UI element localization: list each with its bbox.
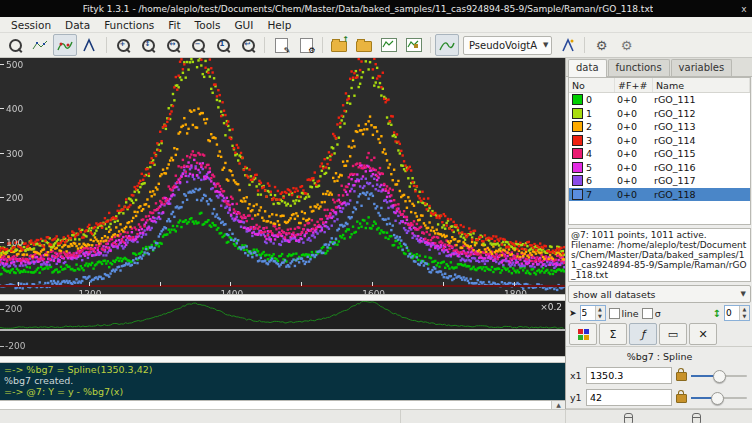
menu-tools[interactable]: Tools: [188, 18, 228, 32]
param-x1-input[interactable]: [586, 367, 672, 384]
slider-handle[interactable]: [711, 392, 724, 405]
param-y1-input[interactable]: [586, 389, 672, 406]
tab-data[interactable]: data: [568, 59, 607, 77]
zoom-horizontal-button[interactable]: ↔: [161, 34, 185, 56]
dataset-color-swatch[interactable]: [572, 148, 583, 159]
zoom-vertical-button[interactable]: ↕: [136, 34, 160, 56]
dataset-color-swatch[interactable]: [572, 135, 583, 146]
tab-functions[interactable]: functions: [608, 59, 670, 76]
table-row[interactable]: 40+0rGO_115: [569, 147, 750, 161]
lock-icon[interactable]: [676, 394, 687, 403]
checkbox-icon[interactable]: [642, 308, 653, 319]
console-splitter[interactable]: [0, 356, 565, 363]
zoom-100-button[interactable]: 1: [211, 34, 235, 56]
delete-button[interactable]: ✕: [689, 323, 717, 345]
menu-help[interactable]: Help: [260, 18, 298, 32]
load-session-button[interactable]: [352, 34, 376, 56]
output-console[interactable]: =-> %bg7 = Spline(1350.3,42)%bg7 created…: [0, 363, 565, 400]
edit-script-button[interactable]: ✎: [269, 34, 293, 56]
save-image-button[interactable]: [402, 34, 426, 56]
rerun-script-button[interactable]: ⚙: [294, 34, 318, 56]
main-plot-canvas[interactable]: [0, 58, 565, 294]
table-row[interactable]: 70+0rGO_118: [569, 188, 750, 202]
functions-toggle-button[interactable]: ƒ: [629, 323, 657, 345]
tab-variables[interactable]: variables: [671, 59, 733, 76]
magnifier-icon: [9, 39, 22, 52]
shift-value[interactable]: [725, 306, 739, 320]
table-row[interactable]: 10+0rGO_112: [569, 107, 750, 121]
settings-button[interactable]: ⚙: [589, 34, 613, 56]
dataset-color-swatch[interactable]: [572, 189, 583, 200]
dataset-func-count: 0+0: [614, 147, 651, 161]
sigma-checkbox[interactable]: σ: [642, 308, 661, 319]
script-icon: ✎: [275, 38, 288, 53]
sidebar: datafunctionsvariables No #F+# Name 00+0…: [565, 58, 752, 409]
param-x1-slider[interactable]: [691, 369, 747, 382]
dataset-color-swatch[interactable]: [572, 175, 583, 186]
status-bar: [0, 409, 752, 423]
dataset-color-swatch[interactable]: [572, 162, 583, 173]
dataset-no: 3: [569, 134, 614, 148]
export-plot-button[interactable]: [377, 34, 401, 56]
dataset-color-swatch[interactable]: [572, 94, 583, 105]
table-row[interactable]: 60+0rGO_117: [569, 174, 750, 188]
table-row[interactable]: 30+0rGO_114: [569, 134, 750, 148]
menu-fit[interactable]: Fit: [161, 18, 187, 32]
auxiliary-plot[interactable]: ×0.2: [0, 301, 565, 356]
sigma-icon: Σ: [610, 328, 617, 341]
dataset-no: 5: [569, 161, 614, 175]
dataset-name: rGO_115: [651, 147, 750, 161]
sum-toggle-button[interactable]: Σ: [599, 323, 627, 345]
zoom-mode-button[interactable]: [3, 34, 27, 56]
dataset-no: 7: [569, 188, 614, 202]
title-bar[interactable]: Fityk 1.3.1 - /home/aleplo/test/Document…: [0, 0, 752, 17]
dataset-name: rGO_118: [651, 188, 750, 202]
shift-spinner[interactable]: ▲▼: [724, 305, 750, 321]
table-row[interactable]: 20+0rGO_113: [569, 120, 750, 134]
fit-run-button[interactable]: ⚙︎: [614, 34, 638, 56]
aux-plot-canvas[interactable]: [0, 301, 565, 356]
load-data-button[interactable]: ↑: [327, 34, 351, 56]
param-y1-slider[interactable]: [691, 391, 747, 404]
menu-functions[interactable]: Functions: [97, 18, 161, 32]
data-range-mode-button[interactable]: [28, 34, 52, 56]
function-icon: ƒ: [641, 328, 645, 341]
show-datasets-dropdown[interactable]: show all datasets ▼: [568, 285, 751, 303]
lock-icon[interactable]: [676, 372, 687, 381]
menu-gui[interactable]: GUI: [227, 18, 260, 32]
zoom-all-button[interactable]: +: [111, 34, 135, 56]
col-no: No: [569, 78, 615, 92]
zoom-previous-button[interactable]: ↩: [236, 34, 260, 56]
point-size-value[interactable]: [581, 306, 595, 320]
table-row[interactable]: 00+0rGO_111: [569, 93, 750, 107]
pointer-icon: ➤: [569, 308, 577, 318]
add-peak-mode-button[interactable]: [78, 34, 102, 56]
function-panel-title: %bg7 : Spline: [566, 347, 752, 364]
dataset-colors-button[interactable]: [569, 323, 597, 345]
dataset-name: rGO_112: [651, 107, 750, 121]
function-mode-button[interactable]: [435, 34, 459, 56]
menu-data[interactable]: Data: [58, 18, 97, 32]
open-folder-icon: ↑: [331, 41, 347, 52]
add-function-button[interactable]: [556, 34, 580, 56]
plot-splitter[interactable]: [0, 294, 565, 301]
plot-style-controls: ➤ ▲▼ line σ ↕ ▲▼: [566, 304, 752, 322]
dataset-color-swatch[interactable]: [572, 121, 583, 132]
main-plot[interactable]: [0, 58, 565, 294]
gears-icon: ⚙︎: [621, 38, 633, 53]
zoom-out-button[interactable]: −: [186, 34, 210, 56]
col-functions: #F+#: [615, 78, 653, 92]
line-checkbox[interactable]: line: [609, 308, 639, 319]
menu-session[interactable]: Session: [4, 18, 58, 32]
close-button[interactable]: x: [736, 4, 752, 14]
point-size-spinner[interactable]: ▲▼: [580, 305, 606, 321]
slider-handle[interactable]: [713, 370, 726, 383]
checkbox-icon[interactable]: [609, 308, 620, 319]
copy-data-button[interactable]: ▭: [659, 323, 687, 345]
function-type-select[interactable]: PseudoVoigtA ▼: [463, 36, 552, 55]
table-row[interactable]: 50+0rGO_116: [569, 161, 750, 175]
window-title: Fityk 1.3.1 - /home/aleplo/test/Document…: [83, 4, 654, 14]
colors-icon: [578, 329, 589, 340]
baseline-mode-button[interactable]: [53, 34, 77, 56]
dataset-color-swatch[interactable]: [572, 108, 583, 119]
